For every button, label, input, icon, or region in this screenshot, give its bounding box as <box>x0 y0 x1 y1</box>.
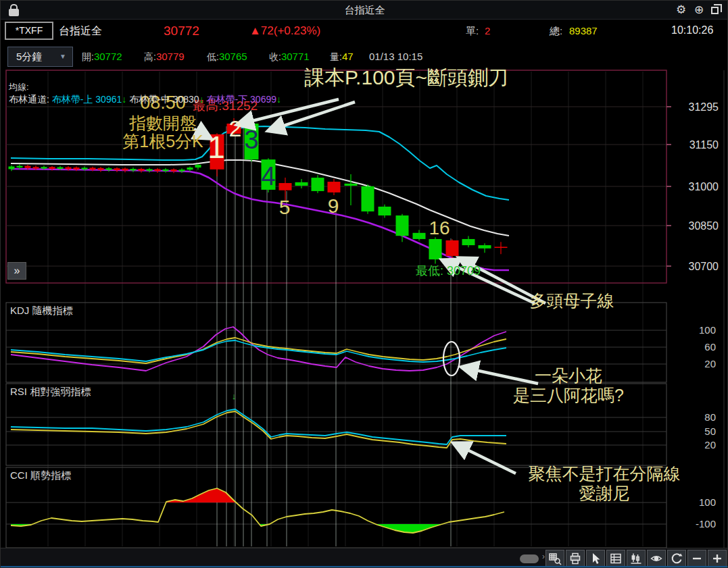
candle[interactable] <box>328 182 341 192</box>
data-table-button[interactable] <box>606 550 625 567</box>
cci-axis-label: -100 <box>696 518 716 530</box>
bollinger-upper-line <box>11 126 509 200</box>
candle[interactable] <box>155 169 161 171</box>
cci-axis-label: 100 <box>699 496 716 508</box>
candle[interactable] <box>130 169 137 170</box>
candle[interactable] <box>396 215 409 236</box>
candle[interactable] <box>163 170 169 171</box>
toolbar-expand-chevron[interactable]: › <box>542 552 545 561</box>
candle[interactable] <box>106 168 112 170</box>
rsi-axis-label: 80 <box>704 411 716 423</box>
rsi-axis-label: 50 <box>704 425 716 437</box>
candle[interactable] <box>362 186 374 211</box>
chart-annotation-text: ↓ <box>232 391 237 401</box>
candle[interactable] <box>122 169 128 171</box>
chart-annotation-text: 3 <box>244 126 258 154</box>
candle[interactable] <box>171 170 177 172</box>
period-grid-search-button[interactable] <box>545 550 564 567</box>
price-axis-label: 31000 <box>689 181 719 192</box>
candle[interactable] <box>9 166 15 169</box>
candle[interactable] <box>147 169 153 170</box>
candle[interactable] <box>195 165 201 167</box>
trading-app-window: 台指近全 ⚙ ⊕ *TXFF 台指近全 30772 ▲72(+0.23%) 單:… <box>0 0 728 568</box>
price-axis-label: 30700 <box>689 261 719 272</box>
annotation-arrow[interactable] <box>455 444 516 473</box>
ma-legend: 均線: <box>9 81 29 93</box>
chart-annotation-text: 2 <box>229 115 242 141</box>
expand-panel-button[interactable]: » <box>7 262 26 280</box>
kdj-axis-label: 60 <box>704 341 716 353</box>
zoom-in-button[interactable] <box>708 550 727 567</box>
kdj-axis-label: 100 <box>699 324 716 336</box>
candle[interactable] <box>33 167 39 168</box>
candle[interactable] <box>345 184 358 186</box>
refresh-button[interactable] <box>667 550 686 567</box>
candle[interactable] <box>139 169 145 171</box>
candle[interactable] <box>462 239 475 245</box>
candle[interactable] <box>312 178 324 191</box>
chart-annotation-text: 5 <box>279 196 291 218</box>
chart-canvas[interactable]: 3129531150310003085030700100602080502010… <box>1 1 728 568</box>
boll-lower: 布林帶-下 30699 <box>207 94 276 105</box>
chart-annotation-text: 是三八阿花嗎? <box>513 386 624 405</box>
candle[interactable] <box>66 167 72 170</box>
annotation-arrow[interactable] <box>463 367 538 384</box>
candle[interactable] <box>413 233 426 239</box>
chart-annotation-text: 指數開盤 <box>129 113 197 132</box>
candle[interactable] <box>495 247 508 248</box>
chart-annotation-text: 一朵小花 <box>535 366 602 385</box>
toolbar-toggle-pill[interactable] <box>520 554 539 563</box>
boll-mid: 布林帶-中 30830 <box>129 94 199 105</box>
chart-annotation-text: 4 <box>261 162 275 190</box>
candle[interactable] <box>25 166 31 168</box>
chart-annotation-text: 聚焦不是打在分隔線 <box>529 464 681 483</box>
bollinger-legend: 布林通道: 布林帶-上 30961↓ 布林帶-中 30830↓ 布林帶-下 30… <box>9 94 281 106</box>
chart-annotation-text: 最低: 30709 <box>416 264 481 278</box>
zoom-out-button[interactable] <box>687 550 706 567</box>
cci-zone-fill <box>376 524 443 533</box>
indicator-settings-button[interactable] <box>627 550 646 567</box>
cursor-tool-button[interactable] <box>586 550 605 567</box>
boll-upper: 布林帶-上 30961 <box>52 94 122 105</box>
candle[interactable] <box>82 167 88 169</box>
chart-annotation-text: 愛謝尼 <box>579 484 630 502</box>
bottom-toolbar: › <box>1 548 728 567</box>
candle[interactable] <box>429 239 442 259</box>
down-arrow-icon: ↓ <box>122 94 126 105</box>
rsi-axis-label: 20 <box>704 439 716 450</box>
candle[interactable] <box>49 167 55 169</box>
boll-label: 布林通道: <box>9 94 49 105</box>
chart-annotation-text: 1 <box>208 130 225 165</box>
candle[interactable] <box>114 168 120 170</box>
candle[interactable] <box>187 167 193 170</box>
chart-annotation-text: 16 <box>429 217 450 238</box>
candle[interactable] <box>41 167 47 168</box>
candle[interactable] <box>74 167 80 170</box>
eye-visibility-button[interactable] <box>647 550 666 567</box>
kdj-panel-label: KDJ 隨機指標 <box>10 305 73 317</box>
down-arrow-icon: ↓ <box>199 94 204 105</box>
window-bottom-accent <box>1 566 728 567</box>
candle[interactable] <box>279 183 292 190</box>
chart-annotation-text: 多頭母子線 <box>530 291 614 310</box>
print-button[interactable] <box>566 550 585 567</box>
candle[interactable] <box>446 240 459 256</box>
candle[interactable] <box>179 170 185 171</box>
price-axis-label: 31295 <box>689 101 719 113</box>
candle[interactable] <box>379 207 391 215</box>
candle[interactable] <box>57 167 64 169</box>
rsi-panel-label: RSI 相對強弱指標 <box>10 386 91 398</box>
chart-annotation-text: 9 <box>328 195 339 217</box>
candle[interactable] <box>295 182 308 186</box>
price-axis-label: 30850 <box>689 220 719 232</box>
candle[interactable] <box>98 168 104 170</box>
kdj-axis-label: 20 <box>704 358 716 369</box>
chart-annotation-text: 課本P.100頁~斷頭鍘刀 <box>304 66 508 88</box>
cci-panel-label: CCI 順勢指標 <box>10 469 71 482</box>
down-arrow-icon: ↓ <box>276 94 281 105</box>
price-axis-label: 31150 <box>689 139 719 151</box>
candle[interactable] <box>17 166 23 167</box>
chart-annotation-text: 第1根5分K <box>122 132 203 151</box>
candle[interactable] <box>90 167 96 170</box>
candle[interactable] <box>479 245 491 249</box>
